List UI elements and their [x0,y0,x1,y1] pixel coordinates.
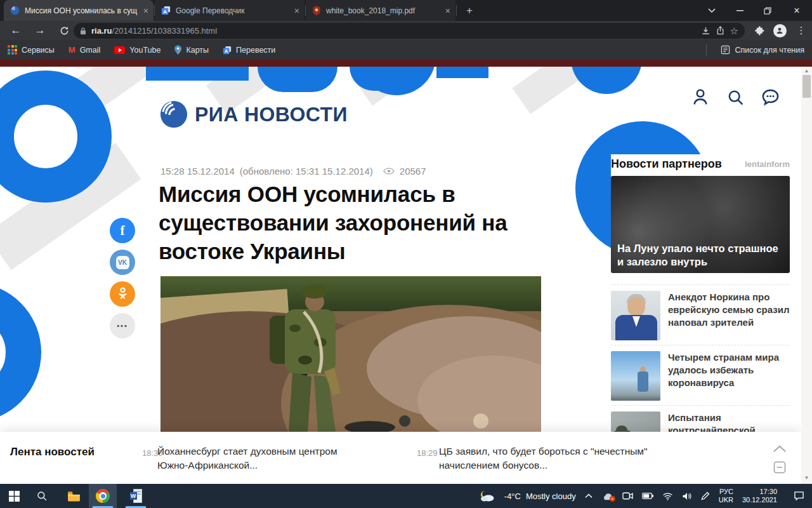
partner-item[interactable]: Четырем странам мира удалось избежать ко… [611,345,790,406]
news-ticker: Лента новостей 18:30 Йоханнесбург стает … [0,432,801,484]
decor-blue-bar [146,67,249,81]
share-facebook-button[interactable]: f [110,218,135,243]
facebook-icon: f [121,223,125,239]
page-scrollbar[interactable]: ▲ ▼ [801,67,812,484]
weather-temp[interactable]: -4°C [504,491,521,501]
article-meta: 15:28 15.12.2014 (обновлено: 15:31 15.12… [160,166,426,177]
bookmark-services[interactable]: Сервисы [8,45,55,55]
ticker-item-text[interactable]: Йоханнесбург стает духовным центром Южно… [157,444,348,472]
extensions-icon[interactable] [751,22,768,39]
tab-close-icon[interactable]: × [294,6,299,15]
onedrive-error-icon[interactable]: × [601,492,613,500]
odnoklassniki-icon [118,287,128,301]
bookmark-maps[interactable]: Карты [174,45,209,55]
bookmark-gmail[interactable]: M Gmail [69,45,101,55]
tab-title: white_book_2018_mip.pdf [326,6,440,15]
weather-condition[interactable]: Mostly cloudy [526,491,576,501]
gmail-icon: M [69,45,75,55]
decor-blue-arch [258,67,337,92]
translate-favicon: A [161,6,171,15]
tray-chevron-up-icon[interactable] [585,493,593,498]
tab-title: Google Переводчик [176,6,289,15]
bookmark-youtube[interactable]: YouTube [114,46,160,55]
bookmarks-divider [706,44,707,56]
new-tab-button[interactable]: + [462,3,477,18]
share-ok-button[interactable] [110,281,135,307]
windows-taskbar: W -4°C Mostly cloudy × [0,484,812,508]
clock[interactable]: 17:30 30.12.2021 [742,488,777,504]
network-wifi-icon[interactable] [662,492,673,500]
tab-close-icon[interactable]: × [143,6,148,15]
ticker-item-time: 18:29 [417,448,438,458]
partner-header: Новости партнеров [611,157,722,171]
window-close-button[interactable]: × [782,0,812,21]
clock-time: 17:30 [759,488,777,495]
meet-now-icon[interactable] [622,491,633,500]
partner-news-panel: Новости партнеров lentainform На Луну уп… [611,154,790,432]
tab-pdf[interactable]: white_book_2018_mip.pdf × [306,0,455,21]
pen-icon[interactable] [701,491,710,500]
tab-translate[interactable]: A Google Переводчик × [155,0,304,21]
publish-datetime: 15:28 15.12.2014 [160,166,235,177]
kebab-menu-icon[interactable]: ⋮ [793,22,809,39]
comments-icon[interactable] [759,86,782,109]
word-taskbar-button[interactable]: W [122,484,150,508]
partner-provider[interactable]: lentainform [745,159,790,169]
partner-item-thumbnail [611,291,660,340]
download-icon[interactable] [701,26,710,36]
back-button[interactable]: ← [8,22,24,39]
action-center-icon[interactable] [794,491,804,501]
ria-favicon [10,6,20,15]
scrollbar-up-arrow[interactable]: ▲ [801,68,812,74]
share-more-button[interactable]: ••• [110,313,135,338]
partner-lead-title: На Луну упало нечто страшное и залезло в… [617,242,780,269]
bookmark-label: Gmail [80,46,101,55]
bookmark-translate[interactable]: A Перевести [223,46,275,55]
forward-button[interactable]: → [32,22,48,39]
reading-list-button[interactable]: Список для чтения [721,45,804,55]
ticker-item-text[interactable]: ЦБ заявил, что будет бороться с "нечестн… [439,444,648,472]
lock-icon[interactable] [80,27,86,35]
svg-text:A: A [225,48,228,53]
pdf-favicon [312,6,321,15]
lang-line2: UKR [719,496,733,504]
tab-ria[interactable]: Миссия ООН усомнилась в сущ × [4,0,154,21]
share-vk-button[interactable]: VK [110,250,135,275]
profile-avatar-icon[interactable] [771,22,788,39]
bookmark-label: Перевести [236,46,275,55]
screen: Миссия ООН усомнилась в сущ × A Google П… [0,0,812,508]
window-restore-button[interactable] [754,0,782,21]
bookmark-label: Сервисы [22,46,55,55]
file-explorer-button[interactable] [60,484,88,508]
reload-button[interactable] [56,22,72,39]
partner-item-title: Анекдот Норкина про еврейскую семью сраз… [668,291,790,329]
address-bar[interactable]: ria.ru /20141215/1038331965.html ☆ [74,23,745,39]
svg-text:A: A [163,9,167,15]
window-minimize-button[interactable] [726,0,754,21]
weather-icon[interactable] [479,490,495,502]
bookmark-star-icon[interactable]: ☆ [730,25,738,37]
start-button[interactable] [0,484,28,508]
ticker-collapse-button[interactable] [773,460,787,474]
volume-icon[interactable] [682,492,692,500]
maps-pin-icon [174,45,181,55]
ticker-expand-chevron-icon[interactable] [771,443,788,454]
scrollbar-thumb[interactable] [802,75,811,98]
tab-search-chevron-icon[interactable] [698,0,726,21]
profile-icon[interactable] [689,86,712,109]
taskbar-search-button[interactable] [28,484,56,508]
article-photo [160,276,541,432]
battery-icon[interactable] [642,493,653,499]
updated-datetime: (обновлено: 15:31 15.12.2014) [240,166,373,177]
partner-lead-card[interactable]: На Луну упало нечто страшное и залезло в… [611,176,790,273]
language-indicator[interactable]: РУС UKR [719,488,733,504]
search-icon[interactable] [724,86,747,109]
scrollbar-down-arrow[interactable]: ▼ [801,475,812,481]
partner-item[interactable]: Анекдот Норкина про еврейскую семью сраз… [611,284,790,345]
chrome-icon [96,489,110,503]
tab-close-icon[interactable]: × [445,6,450,15]
ria-logo[interactable]: РИА НОВОСТИ [159,100,348,129]
clock-date: 30.12.2021 [742,496,777,504]
share-icon[interactable] [716,26,725,36]
chrome-taskbar-button[interactable] [89,484,117,508]
